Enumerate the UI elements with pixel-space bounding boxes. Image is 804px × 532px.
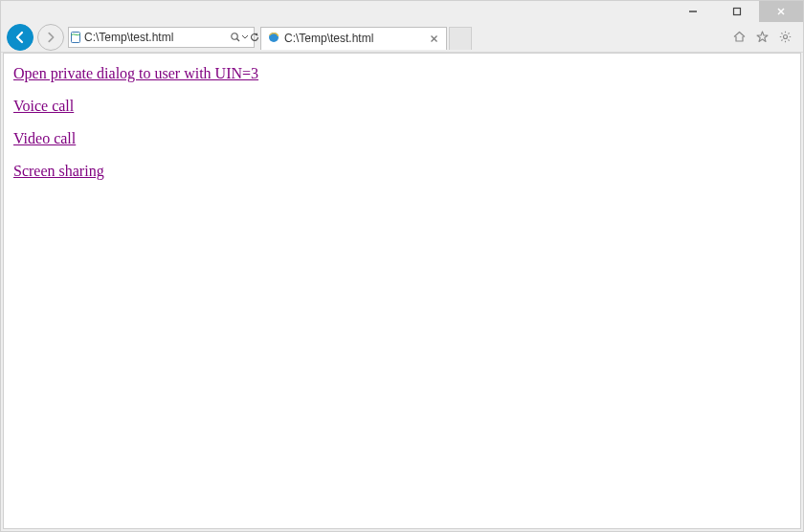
search-dropdown-button[interactable]: [241, 28, 249, 47]
address-input[interactable]: [82, 28, 230, 47]
browser-window: C:\Temp\test.html Open private dialog to…: [0, 0, 804, 532]
page-content: Open private dialog to user with UIN=3 V…: [3, 53, 801, 529]
svg-rect-4: [72, 32, 80, 42]
nav-back-button[interactable]: [7, 24, 34, 51]
tools-icon[interactable]: [776, 29, 793, 46]
tab-title: C:\Temp\test.html: [284, 32, 423, 45]
page-icon: [69, 31, 82, 44]
window-minimize-button[interactable]: [671, 1, 715, 22]
svg-rect-1: [734, 9, 741, 15]
window-titlebar: [1, 1, 803, 22]
toolbar-right-icons: [730, 29, 797, 46]
search-button[interactable]: [230, 28, 241, 47]
new-tab-button[interactable]: [449, 27, 472, 50]
browser-toolbar: C:\Temp\test.html: [1, 22, 803, 53]
tab-strip: C:\Temp\test.html: [260, 26, 726, 49]
tab-close-button[interactable]: [427, 34, 440, 43]
link-video-call[interactable]: Video call: [13, 130, 76, 146]
browser-tab[interactable]: C:\Temp\test.html: [260, 27, 447, 50]
address-bar: [68, 27, 255, 48]
link-open-private-dialog[interactable]: Open private dialog to user with UIN=3: [13, 65, 258, 81]
svg-line-6: [237, 38, 240, 41]
nav-forward-button[interactable]: [37, 24, 64, 51]
home-icon[interactable]: [730, 29, 748, 46]
favorites-icon[interactable]: [753, 29, 770, 46]
link-screen-sharing[interactable]: Screen sharing: [13, 163, 104, 179]
svg-point-5: [232, 33, 237, 38]
window-close-button[interactable]: [759, 1, 803, 22]
link-voice-call[interactable]: Voice call: [13, 98, 74, 114]
window-maximize-button[interactable]: [715, 1, 759, 22]
ie-icon: [267, 31, 280, 47]
refresh-button[interactable]: [249, 28, 260, 47]
svg-point-10: [783, 35, 787, 39]
